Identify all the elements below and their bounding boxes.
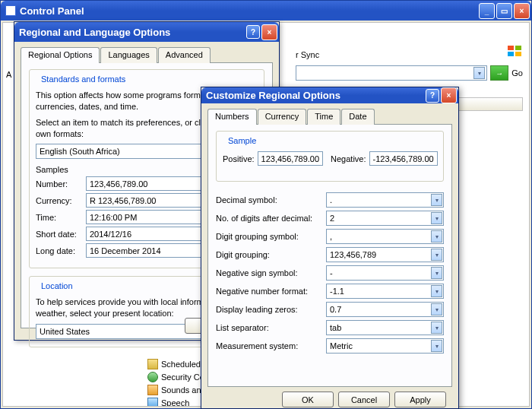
positive-sample: 123,456,789.00: [258, 151, 323, 166]
numbers-panel: Sample Positive:123,456,789.00 Negative:…: [207, 124, 452, 387]
regional-titlebar[interactable]: Regional and Language Options ? ×: [14, 22, 279, 42]
neg-sign-label: Negative sign symbol:: [216, 268, 326, 277]
go-label: Go: [511, 68, 523, 78]
location-legend: Location: [39, 281, 75, 290]
cancel-button[interactable]: Cancel: [338, 392, 390, 407]
positive-label: Positive:: [223, 154, 255, 163]
close-button[interactable]: ×: [514, 3, 530, 19]
negative-label: Negative:: [331, 154, 366, 163]
chevron-down-icon[interactable]: ▾: [431, 249, 442, 261]
list-sep-label: List separator:: [216, 323, 326, 332]
customize-tabstrip: Numbers Currency Time Date: [207, 108, 452, 124]
apply-button[interactable]: Apply: [394, 392, 446, 407]
close-button[interactable]: ×: [261, 24, 277, 40]
chevron-down-icon[interactable]: ▾: [431, 194, 442, 206]
group-symbol-combo[interactable]: ,▾: [326, 229, 444, 244]
digits-after-label: No. of digits after decimal:: [216, 214, 326, 223]
neg-sign-combo[interactable]: -▾: [326, 265, 444, 281]
leading-zero-combo[interactable]: 0.7▾: [326, 302, 444, 317]
chevron-down-icon[interactable]: ▾: [431, 340, 442, 352]
chevron-down-icon[interactable]: ▾: [431, 285, 442, 297]
negative-sample: -123,456,789.00: [369, 151, 438, 166]
list-sep-combo[interactable]: tab▾: [326, 320, 444, 335]
regional-tabstrip: Regional Options Languages Advanced: [21, 46, 273, 62]
digits-after-combo[interactable]: 2▾: [326, 211, 444, 226]
customize-titlebar[interactable]: Customize Regional Options ? ×: [201, 87, 458, 103]
maximize-button[interactable]: ▭: [496, 3, 512, 19]
sounds-icon: [147, 385, 158, 395]
cp-icon: [5, 5, 16, 16]
tab-numbers[interactable]: Numbers: [207, 109, 257, 125]
chevron-down-icon[interactable]: ▾: [431, 267, 442, 279]
tab-advanced[interactable]: Advanced: [158, 47, 211, 63]
tab-currency[interactable]: Currency: [258, 109, 307, 125]
chevron-down-icon[interactable]: ▾: [431, 322, 442, 334]
control-panel-title: Control Panel: [20, 5, 84, 17]
decimal-symbol-combo[interactable]: .▾: [326, 192, 444, 208]
go-button[interactable]: →: [490, 65, 508, 81]
ok-button[interactable]: OK: [282, 392, 334, 407]
tab-regional-options[interactable]: Regional Options: [21, 47, 100, 63]
measurement-label: Measurement system:: [216, 341, 326, 350]
address-combo[interactable]: ▾: [296, 65, 487, 81]
help-button[interactable]: ?: [246, 25, 260, 39]
windows-flag-icon: [508, 46, 521, 56]
standards-legend: Standards and formats: [39, 75, 128, 84]
chevron-down-icon[interactable]: ▾: [473, 67, 485, 79]
control-panel-titlebar[interactable]: Control Panel _ ▭ ×: [1, 1, 531, 21]
decimal-symbol-label: Decimal symbol:: [216, 195, 326, 204]
number-label: Number:: [36, 179, 81, 189]
addr-left: A: [6, 70, 11, 79]
grouping-label: Digit grouping:: [216, 250, 326, 259]
close-button[interactable]: ×: [441, 87, 457, 103]
shortdate-label: Short date:: [36, 230, 81, 239]
chevron-down-icon[interactable]: ▾: [431, 230, 442, 243]
help-button[interactable]: ?: [426, 89, 439, 103]
time-label: Time:: [36, 213, 81, 222]
tab-languages[interactable]: Languages: [100, 47, 157, 63]
security-center-icon: [147, 372, 158, 382]
leading-zero-label: Display leading zeros:: [216, 305, 326, 314]
tab-time[interactable]: Time: [307, 109, 340, 125]
minimize-button[interactable]: _: [479, 3, 495, 19]
neg-format-combo[interactable]: -1.1▾: [326, 284, 444, 299]
measurement-combo[interactable]: Metric▾: [326, 338, 444, 354]
longdate-label: Long date:: [36, 246, 81, 255]
sync-text: r Sync: [296, 50, 319, 59]
neg-format-label: Negative number format:: [216, 287, 326, 296]
speech-icon: [147, 398, 158, 407]
customize-dialog-title: Customize Regional Options: [206, 90, 340, 101]
sample-legend: Sample: [226, 136, 258, 145]
chevron-down-icon[interactable]: ▾: [431, 212, 442, 224]
tab-date[interactable]: Date: [341, 109, 374, 125]
scheduled-tasks-icon: [147, 359, 158, 369]
currency-label: Currency:: [36, 196, 81, 205]
regional-dialog-title: Regional and Language Options: [19, 27, 170, 38]
customize-dialog: Customize Regional Options ? × Numbers C…: [201, 87, 459, 409]
chevron-down-icon[interactable]: ▾: [431, 303, 442, 315]
sample-groupbox: Sample Positive:123,456,789.00 Negative:…: [216, 131, 444, 182]
group-symbol-label: Digit grouping symbol:: [216, 232, 326, 241]
grouping-combo[interactable]: 123,456,789▾: [326, 247, 444, 262]
